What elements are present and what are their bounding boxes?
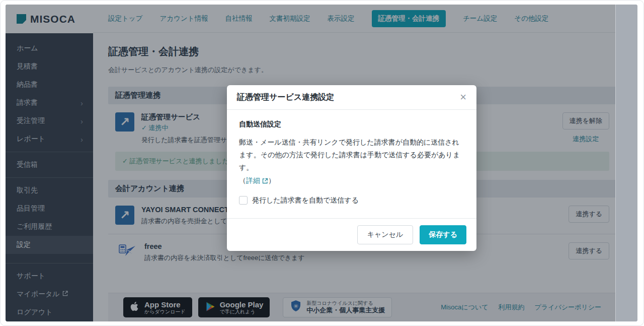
paren-close: ） (268, 176, 275, 184)
auto-send-section-title: 自動送信設定 (239, 120, 464, 129)
paren-open: （ (239, 176, 246, 184)
detail-line: （詳細 ） (239, 174, 464, 187)
modal-footer: キャンセル 保存する (227, 218, 476, 251)
evidence-settings-modal: 証憑管理サービス連携設定 × 自動送信設定 郵送・メール送信・共有リンクで発行し… (227, 85, 476, 251)
app-window: MISOCA ホーム 見積書 納品書 請求書› 受注管理› レポート› 受信箱 … (0, 0, 644, 326)
auto-send-checkbox-row: 発行した請求書を自動で送信する (239, 196, 464, 205)
auto-send-description: 郵送・メール送信・共有リンクで発行した請求書が自動的に送信されます。その他の方法… (239, 136, 464, 174)
auto-send-checkbox-label[interactable]: 発行した請求書を自動で送信する (252, 196, 359, 205)
scrollbar-track[interactable] (615, 5, 637, 321)
detail-link[interactable]: 詳細 (246, 176, 268, 184)
external-link-icon (262, 178, 268, 184)
close-icon[interactable]: × (460, 92, 466, 103)
cancel-button[interactable]: キャンセル (357, 225, 414, 244)
modal-body: 自動送信設定 郵送・メール送信・共有リンクで発行した請求書が自動的に送信されます… (227, 110, 476, 218)
modal-title: 証憑管理サービス連携設定 (237, 92, 334, 103)
save-button[interactable]: 保存する (420, 225, 466, 244)
modal-header: 証憑管理サービス連携設定 × (227, 85, 476, 110)
auto-send-checkbox[interactable] (239, 196, 248, 205)
